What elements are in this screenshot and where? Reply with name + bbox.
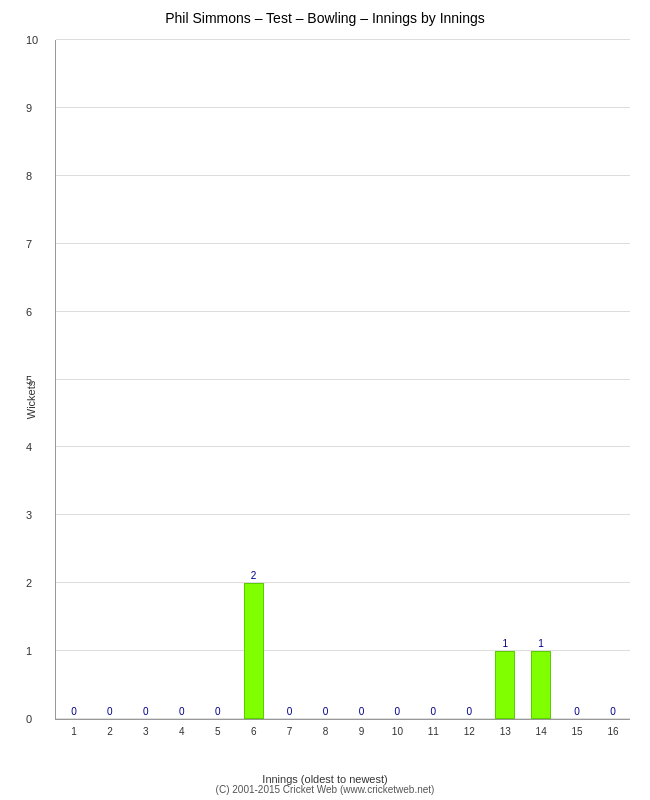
bar-label-15: 0 bbox=[567, 706, 587, 717]
x-tick-8: 8 bbox=[323, 726, 329, 737]
grid-line-9 bbox=[56, 107, 630, 108]
x-tick-14: 14 bbox=[536, 726, 547, 737]
y-label-8: 8 bbox=[26, 170, 32, 182]
bar-label-4: 0 bbox=[172, 706, 192, 717]
x-tick-4: 4 bbox=[179, 726, 185, 737]
x-tick-7: 7 bbox=[287, 726, 293, 737]
y-label-7: 7 bbox=[26, 238, 32, 250]
y-label-5: 5 bbox=[26, 374, 32, 386]
x-tick-15: 15 bbox=[572, 726, 583, 737]
x-tick-3: 3 bbox=[143, 726, 149, 737]
x-tick-6: 6 bbox=[251, 726, 257, 737]
bar-label-2: 0 bbox=[100, 706, 120, 717]
bar-label-3: 0 bbox=[136, 706, 156, 717]
grid-line-2 bbox=[56, 582, 630, 583]
x-tick-1: 1 bbox=[71, 726, 77, 737]
bar-label-1: 0 bbox=[64, 706, 84, 717]
y-label-3: 3 bbox=[26, 509, 32, 521]
chart-area: 0123456789101020304050627080901001101201… bbox=[55, 40, 630, 720]
y-label-0: 0 bbox=[26, 713, 32, 725]
bar-label-10: 0 bbox=[388, 706, 408, 717]
grid-line-3 bbox=[56, 514, 630, 515]
y-label-4: 4 bbox=[26, 441, 32, 453]
y-label-1: 1 bbox=[26, 645, 32, 657]
bar-label-8: 0 bbox=[316, 706, 336, 717]
bar-label-12: 0 bbox=[459, 706, 479, 717]
x-tick-11: 11 bbox=[428, 726, 439, 737]
y-label-10: 10 bbox=[26, 34, 38, 46]
bar-inning-14 bbox=[531, 651, 551, 719]
x-tick-5: 5 bbox=[215, 726, 221, 737]
bar-inning-6 bbox=[244, 583, 264, 719]
y-label-6: 6 bbox=[26, 306, 32, 318]
grid-line-10 bbox=[56, 39, 630, 40]
bar-label-7: 0 bbox=[280, 706, 300, 717]
footer: (C) 2001-2015 Cricket Web (www.cricketwe… bbox=[0, 784, 650, 795]
bar-inning-13 bbox=[495, 651, 515, 719]
grid-line-6 bbox=[56, 311, 630, 312]
x-tick-10: 10 bbox=[392, 726, 403, 737]
bar-label-6: 2 bbox=[244, 570, 264, 581]
grid-line-5 bbox=[56, 379, 630, 380]
y-label-9: 9 bbox=[26, 102, 32, 114]
x-tick-16: 16 bbox=[607, 726, 618, 737]
grid-line-7 bbox=[56, 243, 630, 244]
bar-label-13: 1 bbox=[495, 638, 515, 649]
x-tick-13: 13 bbox=[500, 726, 511, 737]
bar-label-11: 0 bbox=[423, 706, 443, 717]
x-tick-12: 12 bbox=[464, 726, 475, 737]
y-label-2: 2 bbox=[26, 577, 32, 589]
bar-label-5: 0 bbox=[208, 706, 228, 717]
chart-title: Phil Simmons – Test – Bowling – Innings … bbox=[0, 0, 650, 31]
grid-line-8 bbox=[56, 175, 630, 176]
y-axis-title: Wickets bbox=[25, 381, 37, 420]
chart-container: Phil Simmons – Test – Bowling – Innings … bbox=[0, 0, 650, 800]
bar-label-16: 0 bbox=[603, 706, 623, 717]
bar-label-14: 1 bbox=[531, 638, 551, 649]
x-tick-2: 2 bbox=[107, 726, 113, 737]
bar-label-9: 0 bbox=[352, 706, 372, 717]
x-tick-9: 9 bbox=[359, 726, 365, 737]
grid-line-4 bbox=[56, 446, 630, 447]
